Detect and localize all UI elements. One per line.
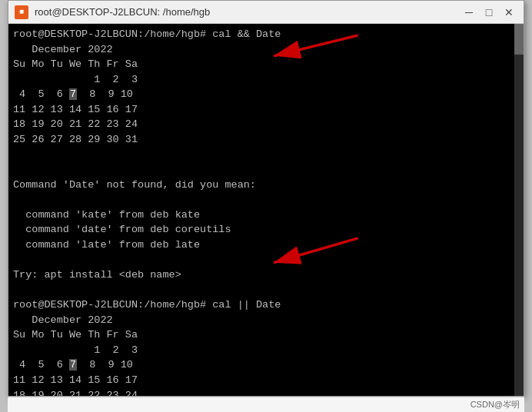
scrollbar-thumb[interactable] <box>514 24 524 55</box>
close-button[interactable]: ✕ <box>500 4 517 21</box>
terminal-window: ■ root@DESKTOP-J2LBCUN: /home/hgb ─ □ ✕ … <box>8 0 524 397</box>
app-icon: ■ <box>15 5 28 19</box>
maximize-button[interactable]: □ <box>480 4 497 21</box>
minimize-button[interactable]: ─ <box>461 4 477 21</box>
scrollbar[interactable] <box>514 24 524 396</box>
window-title: root@DESKTOP-J2LBCUN: /home/hgb <box>35 6 461 18</box>
watermark: CSDN@岑明 <box>470 399 520 410</box>
titlebar: ■ root@DESKTOP-J2LBCUN: /home/hgb ─ □ ✕ <box>8 1 524 24</box>
app-icon-symbol: ■ <box>19 8 24 16</box>
window-controls: ─ □ ✕ <box>461 4 517 21</box>
terminal-body: root@DESKTOP-J2LBCUN:/home/hgb# cal && D… <box>8 24 524 396</box>
terminal-output[interactable]: root@DESKTOP-J2LBCUN:/home/hgb# cal && D… <box>8 24 514 396</box>
bottom-bar: CSDN@岑明 <box>8 397 524 412</box>
